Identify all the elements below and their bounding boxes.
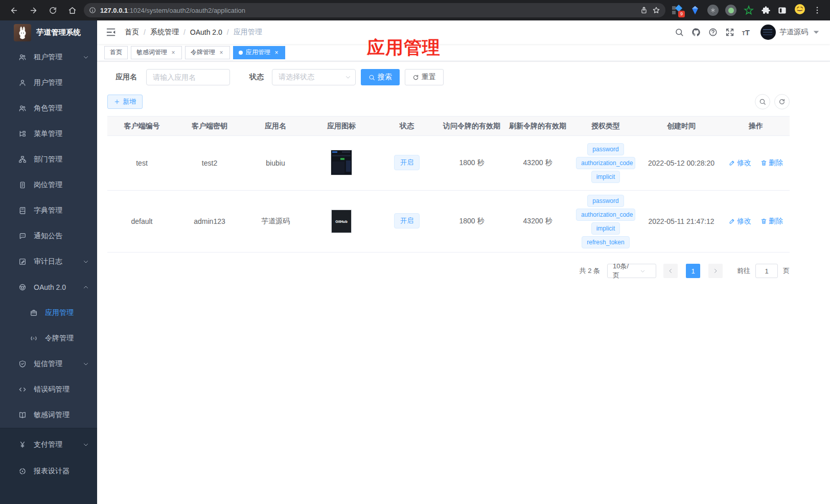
- sidebar-item-role[interactable]: 角色管理: [0, 96, 97, 121]
- sidebar-item-tenant[interactable]: 租户管理: [0, 44, 97, 70]
- help-icon[interactable]: [708, 28, 718, 37]
- breadcrumb-system[interactable]: 系统管理: [150, 28, 179, 37]
- caret-down-icon: [812, 28, 821, 37]
- refresh-icon: [778, 98, 786, 105]
- breadcrumb-current: 应用管理: [234, 28, 262, 37]
- edit-link[interactable]: 修改: [729, 217, 751, 226]
- address-bar[interactable]: 127.0.0.1:1024/system/oauth2/oauth2/appl…: [84, 3, 665, 17]
- close-icon[interactable]: ×: [170, 49, 176, 56]
- profile-avatar[interactable]: [794, 3, 806, 17]
- sidebar-item-label: 用户管理: [34, 78, 62, 87]
- cell-app-icon: [308, 136, 375, 191]
- extension-command-icon[interactable]: [707, 5, 719, 16]
- grant-type-tag: implicit: [591, 171, 620, 183]
- status-label: 状态: [249, 73, 264, 82]
- share-icon[interactable]: [640, 6, 648, 14]
- tab-home[interactable]: 首页: [104, 46, 128, 59]
- goto-label: 前往: [737, 266, 750, 276]
- goto-page-input[interactable]: [755, 264, 778, 278]
- sidebar-collapse-icon[interactable]: [105, 27, 117, 38]
- site-info-icon[interactable]: [89, 7, 96, 14]
- delete-link[interactable]: 删除: [760, 217, 783, 226]
- sidebar-item-oauth[interactable]: OAuth 2.0: [0, 274, 97, 300]
- font-size-icon[interactable]: TT: [742, 29, 750, 36]
- col-grant-types: 授权类型: [571, 117, 640, 136]
- back-button[interactable]: [6, 3, 21, 18]
- app-name-input[interactable]: [146, 69, 230, 85]
- github-icon[interactable]: [691, 28, 701, 37]
- breadcrumb-oauth[interactable]: OAuth 2.0: [190, 28, 222, 36]
- report-icon: [18, 467, 27, 475]
- sidebar-item-report-designer[interactable]: 报表设计器: [0, 458, 97, 485]
- sidebar-item-user[interactable]: 用户管理: [0, 70, 97, 96]
- extension-star-icon[interactable]: [743, 5, 754, 16]
- side-panel-icon[interactable]: [777, 6, 787, 15]
- cell-refresh-validity: 43200 秒: [504, 191, 571, 253]
- chevron-down-icon: [633, 268, 653, 274]
- tab-token[interactable]: 令牌管理 ×: [185, 46, 230, 59]
- app-name-label: 应用名: [116, 73, 137, 82]
- delete-link[interactable]: 删除: [760, 158, 783, 168]
- sidebar-item-notice[interactable]: 通知公告: [0, 223, 97, 249]
- sidebar-item-sms[interactable]: 短信管理: [0, 351, 97, 377]
- sidebar-item-post[interactable]: 岗位管理: [0, 172, 97, 198]
- extension-record-icon[interactable]: [725, 5, 736, 16]
- breadcrumb-home[interactable]: 首页: [125, 28, 139, 37]
- grant-type-tag: password: [587, 143, 624, 155]
- extensions-puzzle-icon[interactable]: [761, 6, 771, 15]
- sidebar-item-oauth-token[interactable]: A 令牌管理: [0, 326, 97, 351]
- reload-button[interactable]: [45, 3, 60, 18]
- page-number-1[interactable]: 1: [686, 264, 700, 278]
- toggle-search-button[interactable]: [755, 94, 770, 109]
- bookmark-star-icon[interactable]: [652, 6, 660, 14]
- tab-sensitive-word[interactable]: 敏感词管理 ×: [131, 46, 182, 59]
- tab-application[interactable]: 应用管理 ×: [233, 46, 285, 59]
- table-toolbar: 新增: [107, 94, 790, 109]
- sidebar-item-label: 报表设计器: [34, 467, 70, 476]
- forward-button[interactable]: [26, 3, 41, 18]
- user-menu[interactable]: 芋道源码: [760, 25, 821, 40]
- sidebar-item-label: 菜单管理: [34, 129, 62, 139]
- sidebar-item-sensitive-word[interactable]: 敏感词管理: [0, 402, 97, 428]
- message-icon: [18, 232, 27, 240]
- sidebar-item-oauth-application[interactable]: 应用管理: [0, 300, 97, 326]
- header-search-icon[interactable]: [675, 28, 684, 37]
- prev-page-button[interactable]: [663, 264, 678, 278]
- sidebar-item-pay[interactable]: 支付管理: [0, 431, 97, 458]
- home-button[interactable]: [64, 3, 80, 18]
- close-icon[interactable]: ×: [218, 49, 224, 56]
- close-icon[interactable]: ×: [273, 49, 280, 56]
- status-select[interactable]: 请选择状态: [272, 69, 356, 85]
- dict-icon: [18, 207, 27, 215]
- trash-icon: [760, 218, 767, 224]
- page-size-select[interactable]: 10条/页: [607, 264, 656, 278]
- fullscreen-icon[interactable]: [725, 28, 734, 37]
- browser-menu-icon[interactable]: [813, 6, 822, 15]
- app-logo[interactable]: 芋道管理系统: [0, 20, 97, 44]
- sidebar-item-audit-log[interactable]: 审计日志: [0, 249, 97, 274]
- cell-app-name: 芋道源码: [243, 191, 308, 253]
- extension-gem-icon[interactable]: [689, 5, 701, 16]
- refresh-icon: [412, 74, 419, 81]
- reset-button[interactable]: 重置: [405, 69, 444, 85]
- sidebar-item-dict[interactable]: 字典管理: [0, 198, 97, 223]
- refresh-table-button[interactable]: [774, 94, 790, 109]
- applications-table: 客户端编号 客户端密钥 应用名 应用图标 状态 访问令牌的有效期 刷新令牌的有效…: [107, 116, 790, 253]
- chevron-down-icon: [83, 361, 89, 367]
- edit-link[interactable]: 修改: [729, 158, 751, 168]
- shield-icon: [18, 360, 27, 368]
- sidebar-item-error-code[interactable]: 错误码管理: [0, 377, 97, 402]
- extension-diamond-icon[interactable]: 9: [672, 5, 683, 16]
- token-icon: A: [30, 334, 38, 342]
- grant-type-tag: refresh_token: [582, 236, 629, 248]
- sidebar-item-dept[interactable]: 部门管理: [0, 147, 97, 172]
- breadcrumb: 首页 / 系统管理 / OAuth 2.0 / 应用管理: [125, 28, 262, 37]
- reload-icon: [49, 6, 57, 15]
- add-button[interactable]: 新增: [107, 95, 143, 109]
- next-page-button[interactable]: [708, 264, 723, 278]
- sidebar-item-menu[interactable]: 菜单管理: [0, 121, 97, 147]
- right-toolbar: [755, 94, 790, 109]
- search-button[interactable]: 搜索: [361, 69, 400, 85]
- cell-status: 开启: [375, 191, 439, 253]
- cell-refresh-validity: 43200 秒: [504, 136, 571, 191]
